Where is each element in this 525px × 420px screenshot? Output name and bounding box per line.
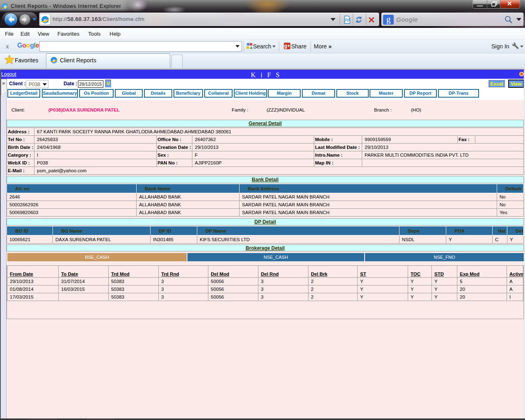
svg-text:e: e <box>52 57 55 64</box>
svg-text:e: e <box>4 3 6 10</box>
